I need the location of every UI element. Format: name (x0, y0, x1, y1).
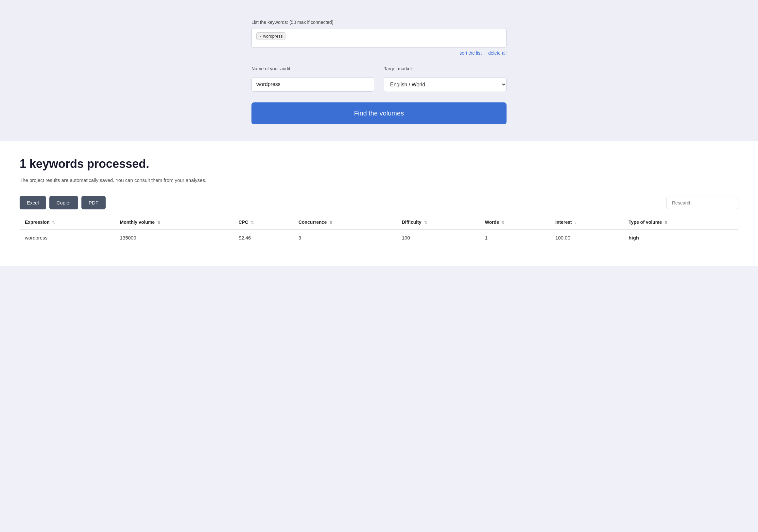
sort-cpc-icon[interactable]: ⇅ (251, 221, 254, 225)
cell-monthly-volume: 135000 (115, 230, 233, 246)
pdf-button[interactable]: PDF (82, 196, 106, 209)
sort-type-icon[interactable]: ⇅ (665, 221, 668, 225)
results-table: Expression ⇅ Monthly volume ⇅ CPC ⇅ Conc… (19, 215, 739, 246)
research-input[interactable] (667, 196, 739, 209)
table-header-row: Expression ⇅ Monthly volume ⇅ CPC ⇅ Conc… (19, 215, 739, 230)
excel-button[interactable]: Excel (19, 196, 46, 209)
col-header-cpc[interactable]: CPC ⇅ (233, 215, 293, 230)
cell-type-of-volume: high (623, 230, 739, 246)
audit-target-row: Name of your audit : Target market: Engl… (252, 66, 506, 92)
keyword-tag-close-icon[interactable]: × (259, 34, 261, 38)
table-controls: Excel Copier PDF (19, 196, 739, 209)
sort-concurrence-icon[interactable]: ⇅ (329, 221, 332, 225)
audit-input[interactable] (252, 77, 374, 91)
col-header-type-of-volume[interactable]: Type of volume ⇅ (623, 215, 739, 230)
sort-delete-row: sort the list delete all (252, 51, 506, 55)
cell-concurrence: 3 (293, 230, 396, 246)
audit-group: Name of your audit : (252, 66, 374, 92)
sort-interest-icon[interactable]: ↓ (574, 221, 576, 225)
keyword-tag[interactable]: × wordpress (257, 32, 286, 40)
sort-list-button[interactable]: sort the list (460, 51, 482, 55)
cell-words: 1 (480, 230, 550, 246)
target-market-select[interactable]: English / World French / France German /… (384, 77, 506, 92)
keywords-processed-heading: 1 keywords processed. (19, 157, 739, 171)
col-header-monthly-volume[interactable]: Monthly volume ⇅ (115, 215, 233, 230)
table-row: wordpress 135000 $2.46 3 100 1 100.00 hi… (19, 230, 739, 246)
copier-button[interactable]: Copier (50, 196, 78, 209)
target-group: Target market: English / World French / … (384, 66, 506, 92)
audit-label: Name of your audit : (252, 66, 374, 71)
sort-words-icon[interactable]: ⇅ (501, 221, 504, 225)
find-volumes-button[interactable]: Find the volumes (252, 102, 506, 124)
bottom-section: 1 keywords processed. The project result… (0, 141, 758, 266)
keyword-tag-text: wordpress (263, 34, 283, 39)
col-header-concurrence[interactable]: Concurrence ⇅ (293, 215, 396, 230)
sort-monthly-icon[interactable]: ⇅ (157, 221, 160, 225)
col-header-interest[interactable]: Interest ↓ (550, 215, 623, 230)
delete-all-button[interactable]: delete all (488, 51, 506, 55)
keywords-box: × wordpress (252, 28, 506, 48)
auto-save-message: The project results are automatically sa… (19, 177, 739, 183)
top-panel: List the keywords: (50 max if connected)… (0, 0, 758, 141)
export-buttons-group: Excel Copier PDF (19, 196, 106, 209)
cell-interest: 100.00 (550, 230, 623, 246)
cell-expression: wordpress (19, 230, 115, 246)
col-header-difficulty[interactable]: Difficulty ⇅ (396, 215, 480, 230)
target-label: Target market: (384, 66, 506, 71)
keywords-label: List the keywords: (50 max if connected) (252, 19, 506, 25)
col-header-expression[interactable]: Expression ⇅ (19, 215, 115, 230)
sort-difficulty-icon[interactable]: ⇅ (424, 221, 427, 225)
sort-expression-icon[interactable]: ⇅ (52, 221, 55, 225)
cell-cpc: $2.46 (233, 230, 293, 246)
cell-difficulty: 100 (396, 230, 480, 246)
col-header-words[interactable]: Words ⇅ (480, 215, 550, 230)
